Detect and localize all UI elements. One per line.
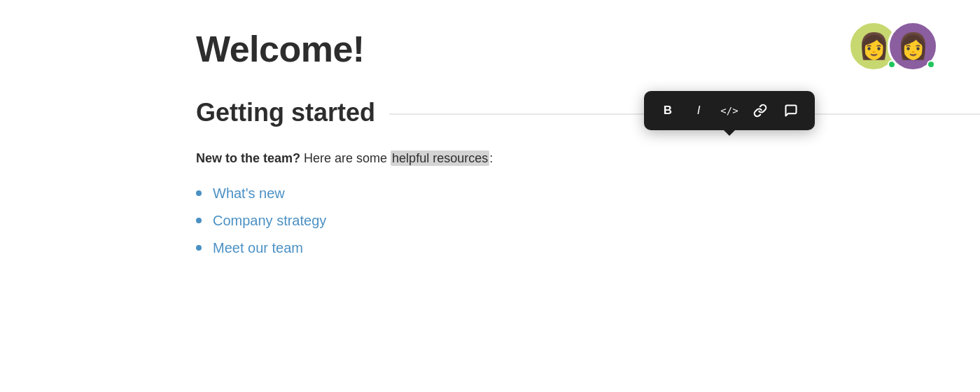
main-content: 👩 👩 Welcome! Getting started B I </> — [0, 0, 980, 256]
getting-started-header: Getting started B I </> — [196, 98, 980, 127]
avatar-group: 👩 👩 — [848, 21, 938, 71]
getting-started-section: Getting started B I </> — [196, 98, 980, 256]
floating-toolbar: B I </> — [644, 91, 815, 130]
body-intro-bold: New to the team? — [196, 151, 300, 165]
bullet-dot-3 — [196, 245, 202, 251]
italic-button[interactable]: I — [686, 98, 711, 123]
bold-button[interactable]: B — [655, 98, 680, 123]
bullet-dot-2 — [196, 218, 202, 223]
list-item-meet-our-team: Meet our team — [196, 240, 980, 256]
body-text: New to the team? Here are some helpful r… — [196, 148, 980, 169]
bullet-dot-1 — [196, 190, 202, 196]
code-button[interactable]: </> — [717, 98, 742, 123]
link-company-strategy[interactable]: Company strategy — [213, 213, 326, 229]
list-item-whats-new: What's new — [196, 186, 980, 202]
avatar-wrapper-2: 👩 — [888, 21, 938, 71]
body-suffix: : — [489, 151, 493, 165]
link-whats-new[interactable]: What's new — [213, 186, 285, 202]
section-title: Getting started — [196, 98, 389, 127]
status-dot-2 — [927, 60, 935, 69]
list-item-company-strategy: Company strategy — [196, 213, 980, 229]
body-intro-text: Here are some — [300, 151, 391, 165]
comment-button[interactable] — [778, 98, 804, 123]
link-meet-our-team[interactable]: Meet our team — [213, 240, 303, 256]
resource-list: What's new Company strategy Meet our tea… — [196, 186, 980, 256]
link-button[interactable] — [748, 98, 773, 123]
highlighted-text: helpful resources — [391, 150, 489, 166]
